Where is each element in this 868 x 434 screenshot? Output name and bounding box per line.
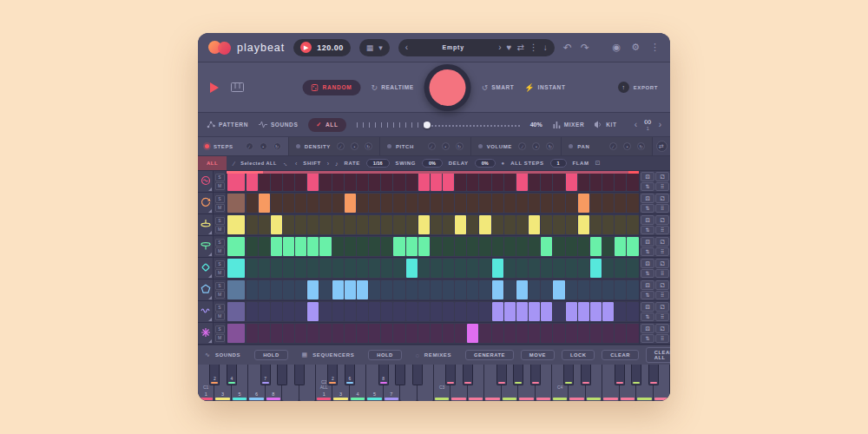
step-cell-28[interactable] — [578, 324, 589, 343]
step-cell-28-active[interactable] — [578, 215, 589, 234]
step-cell-29[interactable] — [590, 324, 602, 343]
step-cell-1[interactable] — [247, 237, 258, 256]
step-cell-2[interactable] — [259, 237, 270, 256]
favorite-icon[interactable]: ♥ — [507, 43, 512, 52]
step-cell-24-active[interactable] — [529, 215, 540, 234]
step-cell-27[interactable] — [566, 237, 577, 256]
track-dice-icon[interactable]: ⚄ — [641, 172, 654, 181]
step-cell-16[interactable] — [431, 194, 442, 213]
black-key[interactable] — [463, 365, 473, 385]
shuffle-icon[interactable]: ⇄ — [516, 43, 523, 52]
step-cell-11[interactable] — [369, 237, 380, 256]
step-cell-23-active[interactable] — [516, 302, 528, 321]
step-cell-12[interactable] — [381, 280, 392, 299]
track-dice-icon[interactable]: ⚄ — [641, 215, 654, 225]
step-cell-25-active[interactable] — [541, 302, 552, 321]
step-cell-11[interactable] — [369, 280, 380, 299]
step-cell-2[interactable] — [259, 324, 270, 343]
corner-handle[interactable] — [208, 187, 212, 191]
black-key[interactable] — [530, 365, 541, 385]
step-cell-9[interactable] — [345, 302, 356, 321]
solo-button[interactable]: S — [215, 304, 225, 312]
step-cell-22[interactable] — [504, 237, 516, 256]
step-cell-32[interactable] — [627, 280, 638, 299]
track-dice2-icon[interactable]: ⚁ — [655, 324, 669, 333]
step-cell-24[interactable] — [529, 324, 540, 343]
step-cell-10[interactable] — [357, 172, 368, 191]
corner-handle[interactable] — [208, 209, 212, 213]
step-cell-18[interactable] — [455, 280, 466, 299]
step-cell-31[interactable] — [615, 215, 626, 234]
step-cell-25[interactable] — [541, 194, 552, 213]
step-cell-8[interactable] — [332, 302, 344, 321]
export-button[interactable]: ↑ EXPORT — [618, 82, 658, 93]
step-cell-13[interactable] — [393, 302, 404, 321]
step-cell-1[interactable] — [247, 302, 258, 321]
dice-icon[interactable]: • — [623, 142, 631, 150]
step-cell-27[interactable] — [566, 324, 577, 343]
step-cell-6[interactable] — [307, 259, 319, 278]
step-cell-26[interactable] — [553, 324, 564, 343]
step-cell-23[interactable] — [516, 324, 528, 343]
step-cell-25[interactable] — [541, 215, 552, 234]
step-cell-3[interactable] — [271, 280, 282, 299]
step-cell-15[interactable] — [418, 194, 430, 213]
step-cell-27[interactable] — [566, 259, 577, 278]
step-cell-8[interactable] — [332, 259, 344, 278]
step-cell-21[interactable] — [492, 215, 503, 234]
step-cell-7[interactable] — [319, 302, 331, 321]
step-cell-19[interactable] — [467, 194, 478, 213]
smart-mode-button[interactable]: ↺ SMART — [482, 83, 515, 92]
track-drag-handle[interactable]: ⠿ — [655, 204, 669, 214]
step-cell-7[interactable] — [319, 194, 331, 213]
step-cell-8[interactable] — [332, 324, 344, 343]
flam-button[interactable]: FLAM — [573, 161, 589, 166]
step-cell-2[interactable] — [259, 302, 270, 321]
black-key[interactable] — [563, 365, 574, 385]
track-trigger-pad[interactable] — [227, 194, 245, 213]
step-cell-25[interactable] — [541, 259, 552, 278]
track-trigger-pad[interactable] — [227, 172, 245, 191]
step-cell-24[interactable] — [529, 194, 540, 213]
step-cell-19[interactable] — [467, 259, 478, 278]
step-cell-20-active[interactable] — [479, 215, 490, 234]
step-cell-31[interactable] — [615, 194, 626, 213]
step-cell-1[interactable] — [247, 215, 258, 234]
step-cell-13[interactable] — [393, 172, 404, 191]
track-drag-handle[interactable]: ⠿ — [655, 269, 669, 279]
step-cell-15[interactable] — [418, 324, 430, 343]
preset-prev-button[interactable]: ‹ — [405, 43, 408, 52]
preset-next-button[interactable]: › — [498, 43, 501, 52]
step-cell-18[interactable] — [455, 237, 466, 256]
lock-button[interactable]: LOCK — [562, 350, 595, 360]
step-cell-7[interactable] — [319, 324, 331, 343]
step-cell-30[interactable] — [602, 259, 614, 278]
step-cell-11[interactable] — [369, 302, 380, 321]
step-cell-21-active[interactable] — [492, 259, 503, 278]
track-trigger-pad[interactable] — [227, 259, 245, 278]
step-cell-26[interactable] — [553, 237, 564, 256]
solo-button[interactable]: S — [215, 326, 225, 333]
pattern-view-button[interactable]: PATTERN — [207, 121, 248, 128]
step-cell-14-active[interactable] — [406, 237, 418, 256]
step-cell-29-active[interactable] — [590, 237, 602, 256]
step-cell-16-active[interactable] — [431, 172, 442, 191]
step-cell-19[interactable] — [467, 172, 478, 191]
step-cell-8[interactable] — [332, 215, 344, 234]
mute-button[interactable]: M — [215, 247, 225, 255]
track-button[interactable] — [198, 236, 214, 257]
step-cell-14-active[interactable] — [406, 259, 418, 278]
step-cell-13-active[interactable] — [393, 237, 404, 256]
dice-icon[interactable]: • — [532, 142, 540, 150]
step-cell-4[interactable] — [283, 194, 294, 213]
step-cell-22[interactable] — [504, 280, 516, 299]
shift-left-button[interactable]: ‹ — [295, 161, 297, 167]
sounds-hold-button[interactable]: HOLD — [254, 350, 287, 360]
step-cell-10[interactable] — [357, 324, 368, 343]
step-cell-23[interactable] — [516, 215, 528, 234]
mute-button[interactable]: M — [215, 269, 225, 277]
black-key[interactable]: 6 — [345, 365, 355, 385]
step-cell-10[interactable] — [357, 194, 368, 213]
step-cell-5[interactable] — [295, 215, 306, 234]
black-key[interactable] — [277, 365, 287, 385]
